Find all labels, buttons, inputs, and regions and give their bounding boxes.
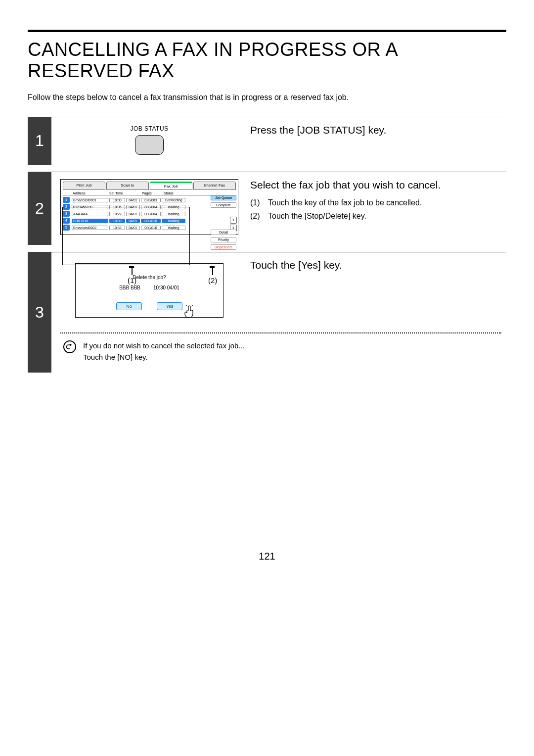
step-1: 1 JOB STATUS Press the [JOB STATUS] key. xyxy=(28,117,506,165)
row-time: 10:30 xyxy=(109,219,125,223)
table-row[interactable]: 5Broadcast000210:3304/01000/010Waiting xyxy=(63,225,236,231)
confirm-dialog: Delete the job? BBB BBB 10:30 04/01 No Y… xyxy=(75,263,223,318)
row-address: AAA AAA xyxy=(72,212,108,216)
col-set-time: Set Time xyxy=(109,191,127,195)
step-number: 2 xyxy=(28,172,51,245)
row-address: Broadcast0001 xyxy=(72,198,108,202)
row-index: 2 xyxy=(63,204,70,210)
priority-button[interactable]: Priority xyxy=(211,237,236,242)
job-status-screen: Print Job Scan to Fax Job Internet Fax A… xyxy=(60,179,238,235)
intro-text: Follow the steps below to cancel a fax t… xyxy=(28,93,506,102)
row-address: 0123456789 xyxy=(72,205,108,209)
dialog-job-time: 10:30 04/01 xyxy=(153,285,179,290)
note-line-1: If you do not wish to cancel the selecte… xyxy=(83,340,245,352)
row-pages: 000/010 xyxy=(141,219,161,223)
step-number: 1 xyxy=(28,117,51,165)
table-row[interactable]: 4BBB BBB10:3004/01000/010Waiting xyxy=(63,218,236,224)
row-address: Broadcast0002 xyxy=(72,226,108,230)
touch-hand-icon xyxy=(183,305,195,319)
row-status: Connecting xyxy=(162,198,185,202)
row-pages: 000/010 xyxy=(141,226,161,230)
no-button[interactable]: No xyxy=(116,302,142,310)
key-caption: JOB STATUS xyxy=(60,125,238,132)
job-queue-button[interactable]: Job Queue xyxy=(211,195,236,200)
tab-scan-to[interactable]: Scan to xyxy=(106,182,149,190)
table-row[interactable]: 2012345678910:0504/01000/004Waiting xyxy=(63,204,236,210)
table-row[interactable]: 3AAA AAA10:2204/01000/004Waiting xyxy=(63,211,236,217)
detail-button[interactable]: Detail xyxy=(211,230,236,235)
row-date: 04/01 xyxy=(126,212,140,216)
substep-number: (2) xyxy=(250,209,263,223)
page-number: 121 xyxy=(28,551,506,562)
undo-icon xyxy=(63,340,76,353)
dotted-separator xyxy=(60,332,501,333)
row-time: 10:22 xyxy=(109,212,125,216)
step-2: 2 Print Job Scan to Fax Job Internet Fax… xyxy=(28,172,506,245)
table-headers: Address Set Time Pages Status xyxy=(63,191,236,196)
yes-button[interactable]: Yes xyxy=(157,302,182,310)
substep-text: Touch the [Stop/Delete] key. xyxy=(268,209,366,223)
row-pages: 020/003 xyxy=(141,198,161,202)
row-pages: 000/004 xyxy=(141,205,161,209)
substep-text: Touch the key of the fax job to be cance… xyxy=(268,196,422,209)
col-status: Status xyxy=(164,191,188,195)
col-pages: Pages xyxy=(142,191,164,195)
row-time: 10:00 xyxy=(109,198,125,202)
row-status: Waiting xyxy=(162,205,185,209)
row-date: 04/01 xyxy=(126,198,140,202)
row-index: 5 xyxy=(63,225,70,231)
step-number: 3 xyxy=(28,252,51,373)
complete-button[interactable]: Complete xyxy=(211,202,236,208)
tab-internet-fax[interactable]: Internet Fax xyxy=(193,182,236,190)
row-index: 3 xyxy=(63,211,70,217)
section-rule xyxy=(28,30,506,32)
row-index: 4 xyxy=(63,218,70,224)
job-status-key-figure: JOB STATUS xyxy=(60,125,238,155)
row-date: 04/01 xyxy=(126,205,140,209)
page-title: CANCELLING A FAX IN PROGRESS OR A RESERV… xyxy=(28,39,506,81)
step-heading: Touch the [Yes] key. xyxy=(250,259,501,271)
row-pages: 000/004 xyxy=(141,212,161,216)
tab-fax-job[interactable]: Fax Job xyxy=(150,182,192,190)
row-time: 10:05 xyxy=(109,205,125,209)
substep-number: (1) xyxy=(250,196,263,209)
step-heading: Press the [JOB STATUS] key. xyxy=(250,124,501,136)
col-address: Address xyxy=(73,191,109,195)
dialog-question: Delete the job? xyxy=(83,275,216,280)
step-3: 3 Delete the job? BBB BBB 10:30 04/01 No… xyxy=(28,252,506,373)
row-time: 10:33 xyxy=(109,226,125,230)
row-status: Waiting xyxy=(162,219,185,223)
row-address: BBB BBB xyxy=(72,219,108,223)
tab-print-job[interactable]: Print Job xyxy=(63,182,105,190)
note-line-2: Touch the [NO] key. xyxy=(83,352,245,363)
table-row[interactable]: 1Broadcast000110:0004/01020/003Connectin… xyxy=(63,197,236,203)
stop-delete-button[interactable]: Stop/Delete xyxy=(211,244,236,250)
row-status: Waiting xyxy=(162,212,185,216)
row-date: 04/01 xyxy=(126,226,140,230)
row-date: 04/01 xyxy=(126,219,140,223)
step-heading: Select the fax job that you wish to canc… xyxy=(250,179,501,191)
row-status: Waiting xyxy=(162,226,185,230)
svg-line-1 xyxy=(191,305,193,306)
svg-line-0 xyxy=(186,305,187,306)
dialog-job-name: BBB BBB xyxy=(119,285,140,290)
job-status-key-icon xyxy=(135,135,164,155)
row-index: 1 xyxy=(63,197,70,203)
